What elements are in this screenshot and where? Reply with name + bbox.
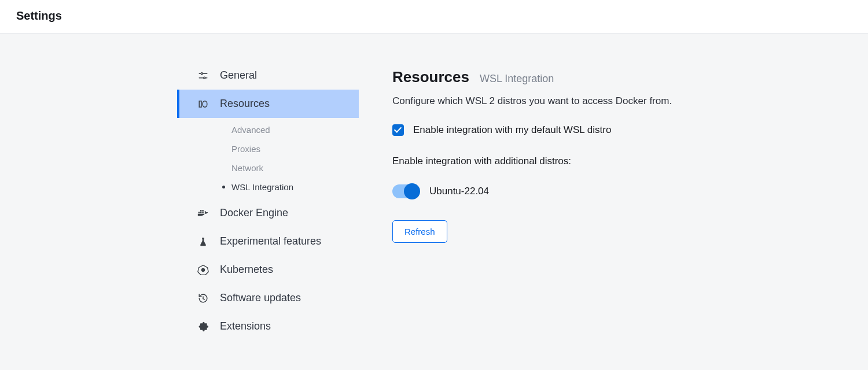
svg-rect-7 xyxy=(200,212,202,213)
refresh-button[interactable]: Refresh xyxy=(392,220,447,243)
breadcrumb-title: Resources xyxy=(392,68,469,86)
sidebar-item-docker-engine[interactable]: Docker Engine xyxy=(177,199,359,227)
sidebar-subitem-network[interactable]: Network xyxy=(177,158,359,177)
svg-line-14 xyxy=(203,298,204,299)
sidebar-subitem-label: WSL Integration xyxy=(231,182,293,192)
svg-rect-4 xyxy=(199,101,201,107)
sidebar-subitem-label: Network xyxy=(231,163,263,173)
sidebar-subitem-advanced[interactable]: Advanced xyxy=(177,120,359,139)
svg-rect-10 xyxy=(202,210,204,212)
sidebar-item-software-updates[interactable]: Software updates xyxy=(177,284,359,312)
svg-point-1 xyxy=(201,72,203,74)
svg-rect-9 xyxy=(200,210,202,212)
sidebar-item-label: Extensions xyxy=(220,320,271,332)
settings-sidebar: General Resources Advanced Proxies Netwo… xyxy=(0,61,359,341)
settings-main: Resources WSL Integration Configure whic… xyxy=(359,61,799,341)
sidebar-subitem-label: Proxies xyxy=(231,144,260,154)
sidebar-item-label: Experimental features xyxy=(220,235,321,247)
settings-header: Settings xyxy=(0,0,868,34)
kubernetes-icon xyxy=(197,264,209,276)
sidebar-item-experimental[interactable]: Experimental features xyxy=(177,227,359,256)
sidebar-item-resources[interactable]: Resources xyxy=(177,90,359,118)
additional-distros-label: Enable integration with additional distr… xyxy=(392,156,799,167)
page-title: Settings xyxy=(16,9,852,23)
resources-icon xyxy=(197,99,209,109)
svg-rect-6 xyxy=(198,212,200,213)
sidebar-item-kubernetes[interactable]: Kubernetes xyxy=(177,256,359,284)
sidebar-item-label: Docker Engine xyxy=(220,207,288,219)
sidebar-subitem-label: Advanced xyxy=(231,125,270,135)
sidebar-item-extensions[interactable]: Extensions xyxy=(177,312,359,341)
sidebar-item-label: Kubernetes xyxy=(220,264,273,276)
distro-name: Ubuntu-22.04 xyxy=(429,186,489,197)
svg-point-3 xyxy=(204,77,205,79)
sidebar-subitem-wsl-integration[interactable]: WSL Integration xyxy=(177,177,359,197)
svg-point-12 xyxy=(202,268,205,271)
resources-sublist: Advanced Proxies Network WSL Integration xyxy=(177,118,359,199)
sidebar-item-general[interactable]: General xyxy=(177,61,359,90)
sidebar-item-label: Resources xyxy=(220,98,270,110)
distro-row: Ubuntu-22.04 xyxy=(392,184,799,198)
puzzle-icon xyxy=(197,321,209,332)
flask-icon xyxy=(197,236,209,247)
settings-layout: General Resources Advanced Proxies Netwo… xyxy=(0,34,868,341)
svg-rect-8 xyxy=(202,212,204,213)
breadcrumb-subtitle: WSL Integration xyxy=(480,73,554,85)
sidebar-subitem-proxies[interactable]: Proxies xyxy=(177,139,359,158)
enable-default-row[interactable]: Enable integration with my default WSL d… xyxy=(392,124,799,136)
sliders-icon xyxy=(197,71,209,81)
sidebar-item-label: Software updates xyxy=(220,292,301,304)
enable-default-label: Enable integration with my default WSL d… xyxy=(413,124,611,136)
docker-icon xyxy=(197,209,209,218)
section-description: Configure which WSL 2 distros you want t… xyxy=(392,95,799,107)
breadcrumb: Resources WSL Integration xyxy=(392,68,799,86)
sidebar-item-label: General xyxy=(220,69,257,82)
distro-toggle[interactable] xyxy=(392,184,419,198)
history-icon xyxy=(197,293,209,304)
checkbox-checked-icon[interactable] xyxy=(392,124,404,136)
svg-rect-5 xyxy=(203,101,207,107)
